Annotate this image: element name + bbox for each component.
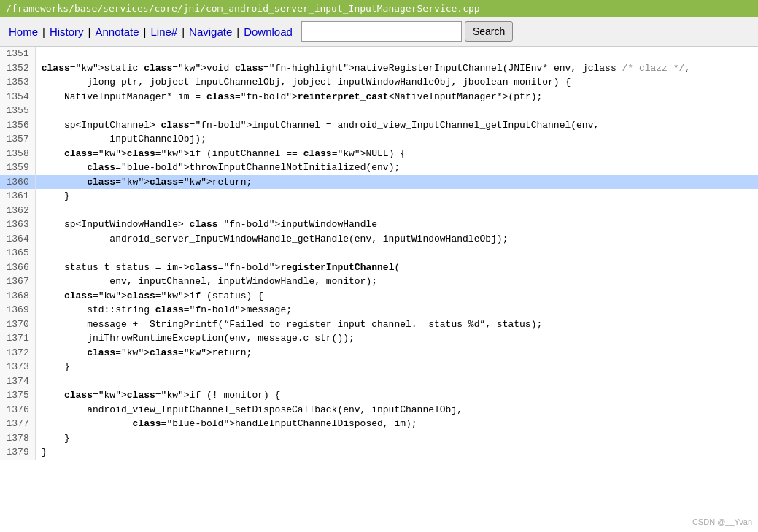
line-number: 1351	[0, 47, 35, 61]
line-code: class="kw">class="kw">return;	[35, 346, 758, 361]
line-number: 1376	[0, 403, 35, 417]
table-row: 1373 }	[0, 360, 758, 374]
line-code: class="blue-bold">handleInputChannelDisp…	[35, 417, 758, 431]
line-code: sp<InputChannel> class="fn-bold">inputCh…	[35, 118, 758, 133]
line-code: android_server_InputWindowHandle_getHand…	[35, 232, 758, 247]
table-row: 1375 class="kw">class="kw">if (! monitor…	[0, 388, 758, 403]
nav-home[interactable]: Home	[6, 24, 41, 39]
line-code	[35, 104, 758, 118]
line-number: 1361	[0, 189, 35, 204]
line-code: jlong ptr, jobject inputChannelObj, jobj…	[35, 75, 758, 90]
table-row: 1377 class="blue-bold">handleInputChanne…	[0, 417, 758, 431]
line-code: class="blue-bold">throwInputChannelNotIn…	[35, 161, 758, 175]
line-code: class="kw">class="kw">if (inputChannel =…	[35, 147, 758, 161]
line-number: 1365	[0, 246, 35, 261]
nav-annotate[interactable]: Annotate	[93, 24, 142, 39]
table-row: 1368 class="kw">class="kw">if (status) {	[0, 289, 758, 304]
line-code: }	[35, 445, 758, 460]
search-button[interactable]: Search	[465, 21, 513, 42]
sep3: |	[142, 26, 148, 38]
line-code: class="kw">class="kw">if (status) {	[35, 289, 758, 304]
line-number: 1375	[0, 388, 35, 403]
line-code: inputChannelObj);	[35, 132, 758, 147]
code-area: 13511352class="kw">static class="kw">voi…	[0, 47, 758, 460]
nav-history[interactable]: History	[47, 24, 87, 39]
sep4: |	[180, 26, 186, 38]
line-code	[35, 374, 758, 389]
table-row: 1359 class="blue-bold">throwInputChannel…	[0, 161, 758, 175]
table-row: 1376 android_view_InputChannel_setDispos…	[0, 403, 758, 417]
table-row: 1351	[0, 47, 758, 61]
line-number: 1357	[0, 132, 35, 147]
table-row: 1365	[0, 246, 758, 261]
line-code: status_t status = im->class="fn-bold">re…	[35, 261, 758, 275]
table-row: 1363 sp<InputWindowHandle> class="fn-bol…	[0, 217, 758, 232]
line-number: 1363	[0, 217, 35, 232]
search-input[interactable]	[301, 21, 462, 42]
code-table: 13511352class="kw">static class="kw">voi…	[0, 47, 758, 460]
line-number: 1373	[0, 360, 35, 374]
table-row: 1354 NativeInputManager* im = class="fn-…	[0, 90, 758, 104]
line-number: 1369	[0, 303, 35, 317]
line-number: 1355	[0, 104, 35, 118]
line-number: 1372	[0, 346, 35, 361]
table-row: 1362	[0, 204, 758, 218]
line-code: class="kw">class="kw">if (! monitor) {	[35, 388, 758, 403]
table-row: 1355	[0, 104, 758, 118]
line-number: 1364	[0, 232, 35, 247]
sep5: |	[235, 26, 241, 38]
line-code: std::string class="fn-bold">message;	[35, 303, 758, 317]
line-number: 1379	[0, 445, 35, 460]
table-row: 1360 class="kw">class="kw">return;	[0, 175, 758, 190]
line-number: 1370	[0, 317, 35, 332]
line-code: }	[35, 189, 758, 204]
sep2: |	[87, 26, 93, 38]
line-code: class="kw">static class="kw">void class=…	[35, 61, 758, 76]
line-code: }	[35, 431, 758, 446]
line-code: sp<InputWindowHandle> class="fn-bold">in…	[35, 217, 758, 232]
line-number: 1360	[0, 175, 35, 190]
line-code: }	[35, 360, 758, 374]
table-row: 1358 class="kw">class="kw">if (inputChan…	[0, 147, 758, 161]
line-number: 1359	[0, 161, 35, 175]
line-code	[35, 204, 758, 218]
table-row: 1369 std::string class="fn-bold">message…	[0, 303, 758, 317]
nav-download[interactable]: Download	[241, 24, 295, 39]
line-code: message += StringPrintf(“Failed to regis…	[35, 317, 758, 332]
table-row: 1371 jniThrowRuntimeException(env, messa…	[0, 331, 758, 346]
line-code: env, inputChannel, inputWindowHandle, mo…	[35, 274, 758, 289]
line-number: 1352	[0, 61, 35, 76]
table-row: 1361 }	[0, 189, 758, 204]
line-code	[35, 246, 758, 261]
line-number: 1354	[0, 90, 35, 104]
table-row: 1366 status_t status = im->class="fn-bol…	[0, 261, 758, 275]
table-row: 1378 }	[0, 431, 758, 446]
line-code: jniThrowRuntimeException(env, message.c_…	[35, 331, 758, 346]
line-number: 1377	[0, 417, 35, 431]
line-number: 1378	[0, 431, 35, 446]
table-row: 1379}	[0, 445, 758, 460]
line-number: 1367	[0, 274, 35, 289]
line-number: 1356	[0, 118, 35, 133]
table-row: 1374	[0, 374, 758, 389]
line-number: 1353	[0, 75, 35, 90]
table-row: 1353 jlong ptr, jobject inputChannelObj,…	[0, 75, 758, 90]
line-number: 1366	[0, 261, 35, 275]
line-code: NativeInputManager* im = class="fn-bold"…	[35, 90, 758, 104]
line-number: 1374	[0, 374, 35, 389]
nav-linehash[interactable]: Line#	[147, 24, 180, 39]
table-row: 1357 inputChannelObj);	[0, 132, 758, 147]
table-row: 1356 sp<InputChannel> class="fn-bold">in…	[0, 118, 758, 133]
line-number: 1362	[0, 204, 35, 218]
title-bar: /frameworks/base/services/core/jni/com_a…	[0, 0, 758, 17]
line-code	[35, 47, 758, 61]
table-row: 1370 message += StringPrintf(“Failed to …	[0, 317, 758, 332]
nav-bar: Home | History | Annotate | Line# | Navi…	[0, 17, 758, 47]
file-path: /frameworks/base/services/core/jni/com_a…	[6, 3, 480, 14]
table-row: 1352class="kw">static class="kw">void cl…	[0, 61, 758, 76]
sep1: |	[41, 26, 47, 38]
line-code: class="kw">class="kw">return;	[35, 175, 758, 190]
nav-navigate[interactable]: Navigate	[186, 24, 235, 39]
line-number: 1368	[0, 289, 35, 304]
table-row: 1367 env, inputChannel, inputWindowHandl…	[0, 274, 758, 289]
